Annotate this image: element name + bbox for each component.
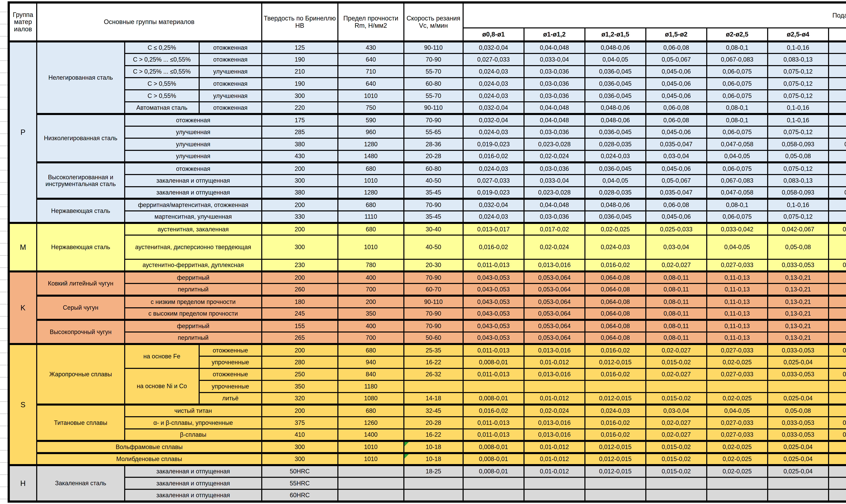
material-state[interactable]: чистый титан bbox=[125, 404, 262, 417]
feed-value[interactable]: 0,012-0,015 bbox=[585, 453, 646, 465]
feed-value[interactable]: 0,21-0,27 bbox=[829, 271, 846, 284]
feed-value[interactable]: 0,042-0,067 bbox=[768, 223, 829, 235]
feed-value[interactable]: 0,027-0,033 bbox=[707, 417, 768, 429]
feed-value[interactable]: 0,093-0,12 bbox=[829, 187, 846, 199]
feed-value[interactable]: 0,02-0,025 bbox=[707, 453, 768, 465]
feed-value[interactable]: 0,05-0,08 bbox=[768, 235, 829, 259]
feed-value[interactable]: 0,019-0,023 bbox=[463, 187, 524, 199]
feed-value[interactable]: 0,033-0,053 bbox=[768, 368, 829, 380]
feed-value[interactable]: 0,012-0,015 bbox=[585, 441, 646, 453]
feed-value[interactable]: 0,053-0,064 bbox=[524, 271, 585, 284]
feed-value[interactable] bbox=[768, 380, 829, 393]
feed-value[interactable]: 0,024-0,03 bbox=[463, 126, 524, 138]
feed-value[interactable] bbox=[646, 380, 707, 393]
hardness-hb[interactable]: 50HRC bbox=[262, 465, 338, 477]
material-state[interactable]: улучшенная bbox=[125, 126, 262, 138]
feed-value[interactable] bbox=[585, 489, 646, 502]
feed-value[interactable]: 0,008-0,01 bbox=[463, 393, 524, 405]
hardness-hb[interactable]: 55HRC bbox=[262, 477, 338, 489]
feed-value[interactable]: 0,047-0,058 bbox=[707, 138, 768, 150]
feed-value[interactable]: 0,024-0,03 bbox=[585, 150, 646, 163]
hardness-hb[interactable]: 200 bbox=[262, 271, 338, 284]
strength-rm[interactable]: 960 bbox=[338, 126, 404, 138]
strength-rm[interactable]: 1260 bbox=[338, 417, 404, 429]
feed-value[interactable]: 0,06-0,075 bbox=[707, 126, 768, 138]
diameter-col-header[interactable]: ø4-ø5 bbox=[829, 28, 846, 41]
feed-value[interactable]: 0,06-0,08 bbox=[646, 114, 707, 126]
hardness-hb[interactable]: 190 bbox=[262, 78, 338, 90]
speed-vc[interactable]: 18-25 bbox=[404, 465, 463, 477]
feed-value[interactable]: 0,023-0,028 bbox=[524, 187, 585, 199]
speed-vc[interactable]: 60-70 bbox=[404, 284, 463, 295]
material-family[interactable]: Жаропрочные сплавы bbox=[37, 344, 125, 404]
feed-value[interactable]: 0,048-0,06 bbox=[585, 114, 646, 126]
hardness-hb[interactable]: 320 bbox=[262, 393, 338, 405]
strength-rm[interactable]: 400 bbox=[338, 271, 404, 284]
material-state[interactable]: закаленная и отпущенная bbox=[125, 465, 262, 477]
material-sub[interactable]: C > 0,55% bbox=[125, 90, 199, 102]
diameter-col-header[interactable]: ø0,8-ø1 bbox=[463, 28, 524, 41]
feed-value[interactable] bbox=[585, 477, 646, 489]
feed-value[interactable]: 0,015-0,02 bbox=[646, 393, 707, 405]
speed-vc[interactable]: 35-45 bbox=[404, 187, 463, 199]
speed-vc[interactable]: 60-80 bbox=[404, 162, 463, 175]
hardness-hb[interactable]: 300 bbox=[262, 175, 338, 187]
feed-value[interactable]: 0,015-0,02 bbox=[646, 453, 707, 465]
feed-value[interactable]: 0,045-0,06 bbox=[646, 162, 707, 175]
feed-value[interactable]: 0,036-0,045 bbox=[585, 66, 646, 78]
feed-value[interactable] bbox=[646, 477, 707, 489]
hardness-hb[interactable]: 380 bbox=[262, 138, 338, 150]
strength-rm[interactable]: 1110 bbox=[338, 211, 404, 223]
hardness-hb[interactable]: 285 bbox=[262, 126, 338, 138]
feed-value[interactable]: 0,02-0,025 bbox=[707, 465, 768, 477]
speed-vc[interactable] bbox=[404, 477, 463, 489]
material-state[interactable]: отожженная bbox=[125, 114, 262, 126]
feed-value[interactable] bbox=[524, 489, 585, 502]
strength-rm[interactable]: 780 bbox=[338, 259, 404, 271]
group-letter-s[interactable]: S bbox=[9, 344, 37, 465]
feed-value[interactable]: 0,033-0,04 bbox=[524, 53, 585, 66]
feed-value[interactable]: 0,008-0,01 bbox=[463, 453, 524, 465]
speed-vc[interactable]: 10-18 bbox=[404, 453, 463, 465]
feed-value[interactable]: 0,013-0,017 bbox=[463, 223, 524, 235]
feed-value[interactable]: 0,053-0,067 bbox=[829, 259, 846, 271]
strength-rm[interactable]: 1180 bbox=[338, 380, 404, 393]
feed-value[interactable]: 0,11-0,13 bbox=[707, 308, 768, 320]
feed-value[interactable]: 0,11-0,13 bbox=[707, 295, 768, 308]
speed-vc[interactable]: 20-28 bbox=[404, 150, 463, 163]
feed-value[interactable]: 0,03-0,036 bbox=[524, 90, 585, 102]
feed-value[interactable]: 0,06-0,075 bbox=[707, 90, 768, 102]
feed-value[interactable]: 0,043-0,053 bbox=[463, 320, 524, 332]
feed-value[interactable]: 0,053-0,064 bbox=[524, 320, 585, 332]
feed-value[interactable] bbox=[707, 477, 768, 489]
feed-value[interactable]: 0,075-0,12 bbox=[768, 162, 829, 175]
group-letter-k[interactable]: K bbox=[9, 271, 37, 344]
diameter-col-header[interactable]: ø1-ø1,2 bbox=[524, 28, 585, 41]
hardness-hb[interactable]: 220 bbox=[262, 102, 338, 114]
material-state[interactable]: улучшенная bbox=[125, 150, 262, 163]
strength-rm[interactable]: 590 bbox=[338, 114, 404, 126]
feed-value[interactable]: 0,02-0,024 bbox=[524, 150, 585, 163]
hardness-hb[interactable]: 200 bbox=[262, 404, 338, 417]
strength-rm[interactable]: 200 bbox=[338, 295, 404, 308]
material-family[interactable]: Нержавеющая сталь bbox=[37, 223, 125, 271]
feed-value[interactable]: 0,017-0,02 bbox=[524, 223, 585, 235]
speed-vc[interactable]: 70-90 bbox=[404, 308, 463, 320]
feed-value[interactable]: 0,04-0,048 bbox=[524, 114, 585, 126]
material-family[interactable]: Ковкий литейный чугун bbox=[37, 271, 125, 295]
feed-value[interactable] bbox=[829, 380, 846, 393]
feed-value[interactable]: 0,013-0,016 bbox=[524, 344, 585, 356]
feed-value[interactable]: 0,025-0,04 bbox=[768, 465, 829, 477]
strength-rm[interactable]: 1010 bbox=[338, 453, 404, 465]
feed-value[interactable]: 0,024-0,03 bbox=[463, 162, 524, 175]
feed-value[interactable]: 0,011-0,013 bbox=[463, 368, 524, 380]
feed-value[interactable]: 0,06-0,075 bbox=[707, 78, 768, 90]
hardness-hb[interactable]: 155 bbox=[262, 320, 338, 332]
hardness-hb[interactable]: 430 bbox=[262, 150, 338, 163]
speed-vc[interactable]: 70-90 bbox=[404, 271, 463, 284]
feed-value[interactable]: 0,06-0,075 bbox=[707, 211, 768, 223]
strength-rm[interactable]: 640 bbox=[338, 53, 404, 66]
material-family[interactable]: Титановые сплавы bbox=[37, 404, 125, 441]
feed-value[interactable]: 0,04-0,05 bbox=[829, 356, 846, 368]
feed-value[interactable]: 0,04-0,05 bbox=[585, 53, 646, 66]
